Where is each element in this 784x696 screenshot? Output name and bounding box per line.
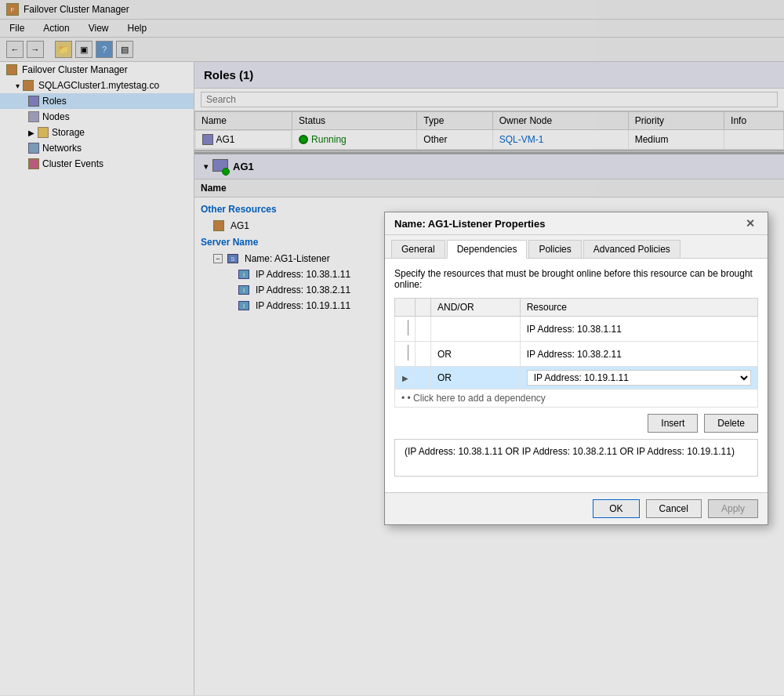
tab-policies[interactable]: Policies	[528, 240, 581, 258]
apply-button[interactable]: Apply	[708, 499, 758, 518]
tab-advanced-policies[interactable]: Advanced Policies	[583, 240, 681, 258]
add-dep-text[interactable]: • Click here to add a dependency	[395, 390, 758, 408]
dep-row-2[interactable]: OR IP Address: 10.38.2.11	[395, 342, 758, 367]
tab-general[interactable]: General	[391, 240, 445, 258]
dep-table: AND/OR Resource IP Address: 10.38.1.11	[394, 298, 758, 408]
delete-button[interactable]: Delete	[704, 414, 758, 433]
dep-row3-resource: IP Address: 10.19.1.11	[520, 367, 757, 390]
dialog-title-bar: Name: AG1-Listener Properties ✕	[385, 212, 768, 235]
col-resource-header: Resource	[520, 299, 757, 317]
dep-row1-andor	[431, 317, 521, 342]
dep-row1-resource: IP Address: 10.38.1.11	[520, 317, 757, 342]
dep-row2-resource: IP Address: 10.38.2.11	[520, 342, 757, 367]
dep-row3-select[interactable]: IP Address: 10.19.1.11	[527, 370, 751, 386]
cancel-button[interactable]: Cancel	[646, 499, 702, 518]
dialog-overlay: Name: AG1-Listener Properties ✕ General …	[0, 0, 784, 695]
expression-box: (IP Address: 10.38.1.11 OR IP Address: 1…	[394, 439, 758, 477]
dep-row1-indent	[395, 317, 416, 342]
col-andor-header	[416, 299, 431, 317]
ok-button[interactable]: OK	[593, 499, 639, 518]
dep-row2-indent	[395, 342, 416, 367]
dialog-body: Specify the resources that must be broug…	[385, 259, 768, 492]
dialog-description: Specify the resources that must be broug…	[394, 268, 758, 290]
tab-dependencies[interactable]: Dependencies	[447, 240, 528, 259]
dialog-title-text: Name: AG1-Listener Properties	[394, 218, 545, 230]
dep-row3-andor-col	[416, 367, 431, 390]
dialog-footer-buttons: OK Cancel Apply	[385, 492, 768, 524]
insert-button[interactable]: Insert	[648, 414, 698, 433]
properties-dialog: Name: AG1-Listener Properties ✕ General …	[384, 212, 768, 525]
dep-row2-andor-col	[416, 342, 431, 367]
dep-row-1[interactable]: IP Address: 10.38.1.11	[395, 317, 758, 342]
bullet-icon: •	[408, 393, 414, 404]
add-dep-row[interactable]: • Click here to add a dependency	[395, 390, 758, 408]
dep-row-3[interactable]: ▶ OR IP Address: 10.19.1.11	[395, 367, 758, 390]
dep-row2-andor: OR	[431, 342, 521, 367]
dep-row3-andor: OR	[431, 367, 521, 390]
dialog-tabs: General Dependencies Policies Advanced P…	[385, 235, 768, 259]
expand-arrow-icon: ▶	[402, 374, 408, 382]
dep-row1-andor-col	[416, 317, 431, 342]
dialog-close-button[interactable]: ✕	[742, 217, 758, 230]
dep-row3-expand[interactable]: ▶	[395, 367, 416, 390]
col-expand	[395, 299, 416, 317]
col-andor-label: AND/OR	[431, 299, 521, 317]
dep-action-buttons: Insert Delete	[394, 414, 758, 433]
